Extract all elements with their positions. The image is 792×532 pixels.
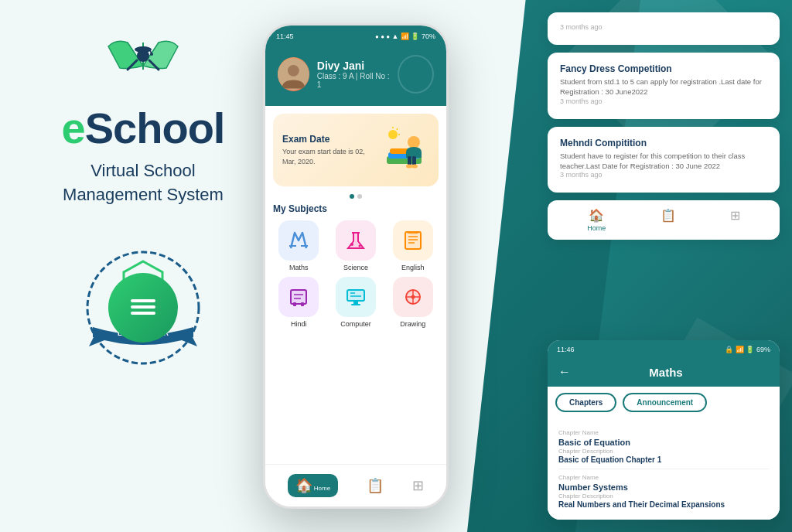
user-name: Divy Jani: [317, 60, 391, 72]
phone2-status-bar: 11:46 🔒 📶 🔋 69%: [548, 340, 780, 359]
eschool-logo-icon: [101, 31, 186, 101]
phone2-header: ← Maths: [548, 359, 780, 387]
notif-nav-grid[interactable]: ⊞: [730, 208, 740, 232]
hindi-icon: [287, 285, 310, 309]
notes-icon: 📋: [367, 477, 384, 494]
phone-battery: ● ● ● ▲ 📶 🔋 70%: [375, 32, 435, 40]
tab-announcement[interactable]: Announcement: [623, 393, 707, 412]
svg-point-5: [150, 53, 153, 56]
svg-rect-40: [347, 290, 364, 301]
phone2-frame: 11:46 🔒 📶 🔋 69% ← Maths Chapters Announc…: [548, 340, 780, 520]
science-label: Science: [343, 264, 368, 271]
subject-science[interactable]: Science: [330, 220, 382, 271]
subject-drawing[interactable]: Drawing: [387, 277, 439, 328]
svg-point-21: [411, 164, 418, 168]
svg-point-22: [388, 130, 398, 139]
carousel-dots: [273, 194, 439, 199]
drawing-icon-box: [393, 277, 433, 317]
notif-nav-notes[interactable]: 📋: [661, 208, 676, 232]
notif-home-icon: 🏠: [589, 208, 604, 223]
chapter-item-1[interactable]: Chapter Name Basic of Equation Chapter D…: [558, 425, 769, 469]
svg-rect-18: [408, 156, 411, 165]
svg-rect-31: [405, 232, 421, 249]
notif-title-3: Mehndi Compitition: [560, 138, 767, 148]
subject-computer[interactable]: Computer: [330, 277, 382, 328]
chapter-name-2: Number Systems: [558, 483, 769, 492]
svg-rect-19: [412, 156, 416, 165]
notif-time-2: 3 months ago: [560, 97, 767, 105]
svg-point-29: [350, 243, 353, 246]
hindi-label: Hindi: [291, 320, 307, 328]
phone-time: 11:45: [276, 32, 294, 40]
eschool-e-letter: e: [62, 104, 85, 152]
svg-point-17: [408, 136, 420, 148]
chapter-desc-label-1: Chapter Description: [558, 448, 769, 455]
elite-author-badge: ELITE AUTHOR: [81, 246, 205, 370]
english-icon-box: [393, 220, 433, 261]
exam-card: Exam Date Your exam start date is 02, Ma…: [273, 114, 439, 186]
svg-point-30: [358, 245, 360, 247]
dot-2: [357, 194, 362, 199]
back-button[interactable]: ←: [558, 365, 571, 379]
nav-home[interactable]: 🏠 Home: [288, 474, 339, 497]
badge-lines-icon: [128, 294, 159, 321]
svg-rect-3: [142, 46, 145, 49]
svg-rect-39: [301, 302, 304, 306]
chapter-desc-1: Basic of Equation Chapter 1: [558, 455, 769, 464]
english-label: English: [401, 264, 425, 271]
phone-status-bar: 11:45 ● ● ● ▲ 📶 🔋 70%: [265, 26, 446, 47]
badge-inner-circle: [108, 273, 178, 343]
phone2-tabs: Chapters Announcement: [548, 387, 780, 418]
chapter-list: Chapter Name Basic of Equation Chapter D…: [548, 418, 780, 520]
subjects-title: My Subjects: [273, 203, 439, 214]
phone-header: Divy Jani Class : 9 A | Roll No : 1: [265, 47, 446, 106]
subject-english[interactable]: English: [387, 220, 439, 271]
user-avatar: [278, 57, 309, 91]
chapter-label-1: Chapter Name: [558, 429, 769, 436]
dot-1: [350, 194, 354, 199]
phone-frame: 11:45 ● ● ● ▲ 📶 🔋 70% Divy Jani Class : …: [263, 23, 449, 509]
exam-card-title: Exam Date: [282, 134, 379, 145]
nav-grid[interactable]: ⊞: [412, 477, 424, 494]
svg-rect-35: [291, 290, 306, 304]
tab-chapters[interactable]: Chapters: [555, 393, 616, 412]
chapter-label-2: Chapter Name: [558, 474, 769, 481]
science-icon: [344, 229, 367, 252]
computer-icon-box: [336, 277, 376, 317]
hindi-icon-box: [278, 277, 319, 317]
user-info: Divy Jani Class : 9 A | Roll No : 1: [317, 60, 391, 89]
notif-home-label: Home: [587, 224, 606, 232]
chapter-desc-2: Real Numbers and Their Decimal Expansion…: [558, 500, 769, 509]
subject-hindi[interactable]: Hindi: [273, 277, 325, 328]
chapter-item-2[interactable]: Chapter Name Number Systems Chapter Desc…: [558, 469, 769, 513]
notification-card-2: Fancy Dress Competition Student from std…: [548, 53, 780, 119]
maths-phone: 11:46 🔒 📶 🔋 69% ← Maths Chapters Announc…: [548, 340, 780, 520]
notif-time-1: 3 months ago: [560, 23, 767, 31]
notif-title-2: Fancy Dress Competition: [560, 63, 767, 74]
computer-label: Computer: [340, 320, 371, 328]
nav-home-label: Home: [314, 485, 330, 492]
app-subtitle: Virtual School Management System: [63, 159, 224, 207]
svg-rect-11: [131, 312, 155, 315]
notif-nav-home[interactable]: 🏠 Home: [587, 208, 606, 232]
subject-maths[interactable]: Maths: [273, 220, 325, 271]
phone-bottom-nav: 🏠 Home 📋 ⊞: [265, 464, 446, 506]
notif-time-3: 3 months ago: [560, 171, 767, 179]
notif-notes-icon: 📋: [661, 208, 676, 223]
eschool-school-text: School: [85, 104, 225, 152]
english-icon: [401, 229, 425, 252]
grid-icon: ⊞: [412, 477, 424, 494]
user-class: Class : 9 A | Roll No : 1: [317, 72, 391, 89]
nav-notes[interactable]: 📋: [367, 477, 384, 494]
logo-container: eSchool Virtual School Management System: [62, 31, 225, 230]
drawing-icon: [401, 285, 425, 309]
phone-content: Exam Date Your exam start date is 02, Ma…: [265, 106, 446, 509]
notif-desc-2: Student from std.1 to 5 can apply for re…: [560, 77, 767, 97]
svg-rect-41: [353, 301, 358, 304]
notif-desc-3: Student have to register for this compet…: [560, 151, 767, 172]
science-icon-box: [336, 220, 376, 261]
drawing-label: Drawing: [400, 320, 425, 328]
svg-rect-42: [351, 304, 360, 305]
notif-bottom-nav: 🏠 Home 📋 ⊞: [548, 200, 780, 240]
svg-point-48: [411, 295, 415, 299]
